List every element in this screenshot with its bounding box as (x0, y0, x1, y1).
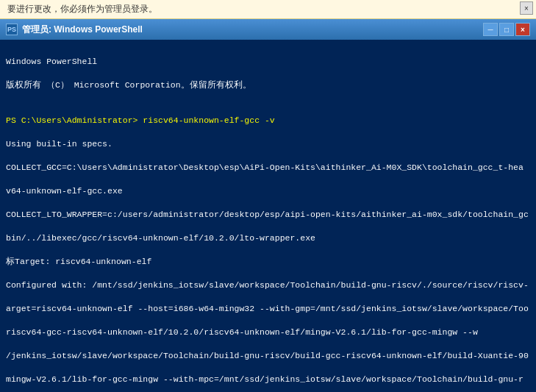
terminal-line: PS C:\Users\Administrator> riscv64-unkno… (6, 115, 530, 126)
terminal-line: Using built-in specs. (6, 138, 530, 150)
terminal-line: mingw-V2.6.1/lib-for-gcc-mingw --with-mp… (6, 374, 530, 385)
terminal-line: 标Target: riscv64-unknown-elf (6, 256, 530, 268)
terminal-line: COLLECT_LTO_WRAPPER=c:/users/administrat… (6, 209, 530, 221)
minimize-button[interactable]: ─ (483, 23, 498, 36)
window-titlebar: PS 管理员: Windows PowerShell ─ □ × (0, 19, 536, 40)
terminal-line: riscv64-gcc-riscv64-unknown-elf/10.2.0/r… (6, 327, 530, 338)
terminal-line: v64-unknown-elf-gcc.exe (6, 185, 530, 197)
notification-text: 要进行更改，你必须作为管理员登录。 (7, 3, 157, 15)
terminal-line: /jenkins_iotsw/slave/workspace/Toolchain… (6, 350, 530, 362)
window-title: 管理员: Windows PowerShell (22, 24, 479, 36)
powershell-icon: PS (6, 24, 18, 35)
terminal-line: Windows PowerShell (6, 56, 530, 68)
close-button[interactable]: × (515, 23, 530, 36)
maximize-button[interactable]: □ (499, 23, 514, 36)
terminal-output: Windows PowerShell 版权所有 （C） Microsoft Co… (0, 40, 536, 392)
terminal-line: arget=riscv64-unknown-elf --host=i686-w6… (6, 303, 530, 315)
notification-close-button[interactable]: × (520, 1, 533, 15)
window-controls: ─ □ × (483, 23, 530, 36)
terminal-line: Configured with: /mnt/ssd/jenkins_iotsw/… (6, 279, 530, 291)
terminal-line: COLLECT_GCC=C:\Users\Administrator\Deskt… (6, 162, 530, 174)
terminal-line: bin/../libexec/gcc/riscv64-unknown-elf/1… (6, 232, 530, 244)
terminal-line: 版权所有 （C） Microsoft Corporation。保留所有权利。 (6, 79, 530, 91)
notification-bar: 要进行更改，你必须作为管理员登录。 × (0, 0, 536, 19)
